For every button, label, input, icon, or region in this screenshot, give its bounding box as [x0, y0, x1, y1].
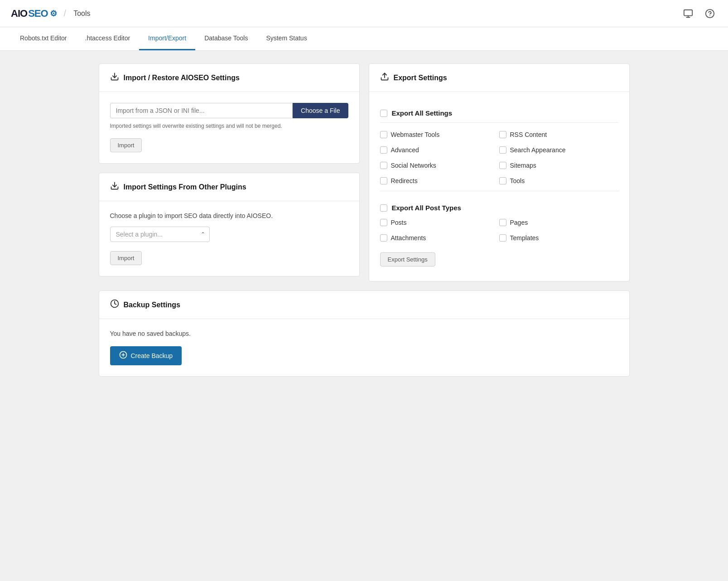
settings-checkboxes-grid: Webmaster Tools RSS Content Advanced — [380, 129, 618, 186]
post-types-checkboxes-grid: Posts Pages Attachments Templates — [380, 217, 618, 243]
redirects-checkbox[interactable] — [380, 177, 387, 184]
plugin-description: Choose a plugin to import SEO data direc… — [110, 212, 348, 219]
rss-content-checkbox[interactable] — [499, 131, 506, 138]
checkbox-templates: Templates — [499, 232, 618, 243]
checkbox-rss-content: RSS Content — [499, 129, 618, 140]
import-restore-icon — [110, 72, 119, 83]
backup-settings-card: Backup Settings You have no saved backup… — [99, 290, 630, 377]
export-all-settings-section: Export All Settings Webmaster Tools RSS … — [380, 103, 618, 186]
header-page-title: Tools — [73, 10, 90, 18]
redirects-label: Redirects — [391, 177, 418, 184]
export-settings-button[interactable]: Export Settings — [380, 252, 435, 266]
import-restore-card: Import / Restore AIOSEO Settings Choose … — [99, 63, 360, 164]
import-plugins-title: Import Settings From Other Plugins — [124, 183, 246, 191]
export-all-post-types-label: Export All Post Types — [392, 204, 461, 212]
backup-settings-body: You have no saved backups. Create Backup — [99, 319, 629, 376]
checkbox-redirects: Redirects — [380, 175, 499, 186]
export-all-settings-checkbox[interactable] — [380, 110, 387, 117]
checkbox-sitemaps: Sitemaps — [499, 160, 618, 171]
backup-clock-icon — [110, 299, 119, 310]
checkbox-posts: Posts — [380, 217, 499, 228]
import-plugins-card: Import Settings From Other Plugins Choos… — [99, 173, 360, 276]
checkbox-social-networks: Social Networks — [380, 160, 499, 171]
tools-label: Tools — [510, 177, 525, 184]
left-column: Import / Restore AIOSEO Settings Choose … — [99, 63, 360, 281]
checkbox-webmaster-tools: Webmaster Tools — [380, 129, 499, 140]
search-appearance-label: Search Appearance — [510, 146, 566, 154]
export-divider-2 — [380, 191, 618, 191]
app-logo: AIOSEO ⚙ — [11, 8, 57, 19]
import-hint-text: Imported settings will overwrite existin… — [110, 123, 348, 129]
pages-label: Pages — [510, 219, 528, 226]
create-backup-icon — [119, 351, 127, 361]
monitor-button[interactable] — [681, 6, 695, 21]
import-button[interactable]: Import — [110, 138, 142, 152]
header-actions — [681, 6, 717, 21]
checkbox-tools: Tools — [499, 175, 618, 186]
app-header: AIOSEO ⚙ / Tools — [0, 0, 728, 27]
export-all-settings-label: Export All Settings — [392, 109, 453, 117]
file-input-row: Choose a File — [110, 103, 348, 118]
help-button[interactable] — [703, 6, 717, 21]
templates-checkbox[interactable] — [499, 234, 506, 242]
backup-settings-title: Backup Settings — [124, 301, 180, 309]
plugin-select-wrapper: Select a plugin... ⌃ — [110, 227, 210, 242]
social-networks-label: Social Networks — [391, 162, 436, 169]
export-settings-body: Export All Settings Webmaster Tools RSS … — [369, 92, 629, 281]
header-divider: / — [64, 8, 67, 19]
header-left: AIOSEO ⚙ / Tools — [11, 8, 91, 19]
svg-rect-0 — [684, 10, 692, 15]
webmaster-tools-checkbox[interactable] — [380, 131, 387, 138]
pages-checkbox[interactable] — [499, 219, 506, 226]
tab-database-tools[interactable]: Database Tools — [195, 27, 257, 50]
social-networks-checkbox[interactable] — [380, 162, 387, 169]
export-all-settings-header: Export All Settings — [380, 103, 618, 122]
choose-file-button[interactable]: Choose a File — [293, 103, 348, 118]
tab-system-status[interactable]: System Status — [257, 27, 316, 50]
checkbox-pages: Pages — [499, 217, 618, 228]
import-restore-title: Import / Restore AIOSEO Settings — [124, 74, 240, 82]
create-backup-label: Create Backup — [131, 352, 173, 359]
plugin-import-button[interactable]: Import — [110, 251, 142, 265]
tab-htaccess[interactable]: .htaccess Editor — [76, 27, 140, 50]
import-restore-body: Choose a File Imported settings will ove… — [99, 92, 359, 163]
create-backup-button[interactable]: Create Backup — [110, 346, 182, 365]
search-appearance-checkbox[interactable] — [499, 146, 506, 154]
webmaster-tools-label: Webmaster Tools — [391, 131, 440, 138]
nav-tabs: Robots.txt Editor .htaccess Editor Impor… — [0, 27, 728, 51]
checkbox-search-appearance: Search Appearance — [499, 145, 618, 155]
tab-robots-txt[interactable]: Robots.txt Editor — [11, 27, 76, 50]
logo-gear-icon: ⚙ — [50, 9, 57, 19]
export-post-types-header: Export All Post Types — [380, 198, 618, 217]
logo-aio-text: AIO — [11, 8, 27, 19]
sitemaps-label: Sitemaps — [510, 162, 536, 169]
backup-settings-header: Backup Settings — [99, 291, 629, 319]
attachments-label: Attachments — [391, 234, 426, 242]
export-settings-icon — [380, 72, 389, 83]
export-post-types-section: Export All Post Types Posts Pages — [380, 198, 618, 266]
advanced-label: Advanced — [391, 146, 419, 154]
checkbox-advanced: Advanced — [380, 145, 499, 155]
templates-label: Templates — [510, 234, 539, 242]
tools-checkbox[interactable] — [499, 177, 506, 184]
export-all-post-types-checkbox[interactable] — [380, 204, 387, 212]
export-settings-header: Export Settings — [369, 64, 629, 92]
backup-description: You have no saved backups. — [110, 330, 618, 337]
import-plugins-header: Import Settings From Other Plugins — [99, 173, 359, 201]
sitemaps-checkbox[interactable] — [499, 162, 506, 169]
file-path-input[interactable] — [110, 103, 293, 118]
export-divider-1 — [380, 122, 618, 123]
rss-content-label: RSS Content — [510, 131, 547, 138]
posts-checkbox[interactable] — [380, 219, 387, 226]
import-plugins-icon — [110, 181, 119, 193]
main-content: Import / Restore AIOSEO Settings Choose … — [88, 51, 641, 389]
posts-label: Posts — [391, 219, 407, 226]
export-settings-title: Export Settings — [394, 74, 447, 82]
export-settings-card: Export Settings Export All Settings Webm… — [369, 63, 630, 281]
checkbox-attachments: Attachments — [380, 232, 499, 243]
logo-seo-text: SEO — [28, 8, 48, 19]
advanced-checkbox[interactable] — [380, 146, 387, 154]
attachments-checkbox[interactable] — [380, 234, 387, 242]
tab-import-export[interactable]: Import/Export — [139, 27, 195, 50]
plugin-select[interactable]: Select a plugin... — [110, 227, 210, 242]
